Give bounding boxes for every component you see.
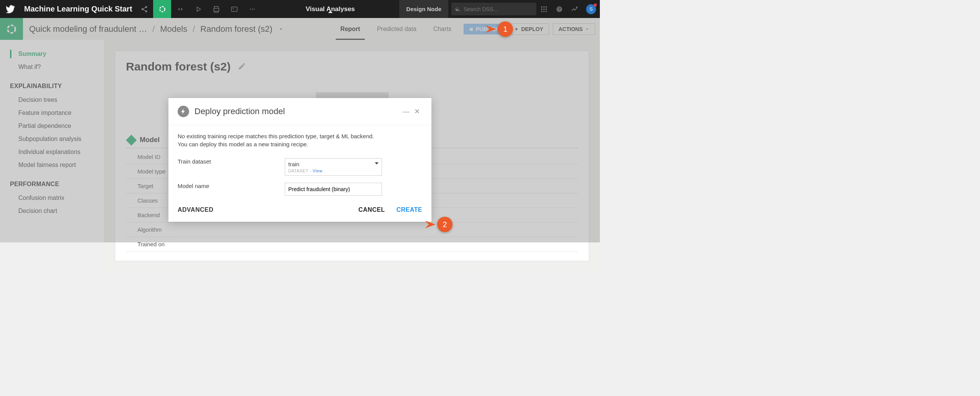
deploy-modal: Deploy prediction model — ✕ No existing … bbox=[168, 98, 431, 222]
svg-point-7 bbox=[546, 6, 547, 7]
top-tab-visual-analyses[interactable]: Visual Analyses bbox=[261, 5, 399, 13]
close-button[interactable]: ✕ bbox=[412, 107, 422, 116]
train-dataset-label: Train dataset bbox=[178, 158, 285, 165]
callout-1: 1 bbox=[492, 21, 513, 38]
share-icon[interactable] bbox=[135, 0, 153, 18]
search-input[interactable] bbox=[464, 6, 532, 12]
deploy-modal-icon bbox=[178, 106, 189, 117]
svg-text:?: ? bbox=[558, 7, 560, 11]
caret-down-icon bbox=[375, 162, 379, 166]
model-name-input[interactable] bbox=[285, 183, 382, 196]
svg-point-6 bbox=[543, 6, 544, 7]
activity-icon[interactable] bbox=[567, 5, 582, 13]
design-node-label[interactable]: Design Node bbox=[399, 0, 448, 18]
svg-point-5 bbox=[541, 6, 542, 7]
svg-point-12 bbox=[543, 11, 544, 12]
apps-icon[interactable] bbox=[536, 5, 552, 13]
play-icon[interactable] bbox=[189, 0, 207, 18]
svg-point-4 bbox=[254, 8, 255, 10]
search-icon bbox=[455, 6, 461, 12]
svg-rect-1 bbox=[231, 7, 237, 11]
help-icon[interactable]: ? bbox=[552, 5, 567, 13]
minimize-button[interactable]: — bbox=[401, 108, 412, 116]
svg-point-8 bbox=[541, 8, 542, 10]
train-dataset-select[interactable]: train DATASET - View bbox=[285, 158, 382, 176]
model-name-label: Model name bbox=[178, 183, 285, 189]
svg-point-13 bbox=[546, 11, 547, 12]
view-dataset-link[interactable]: View bbox=[313, 169, 323, 173]
callout-2: 2 bbox=[431, 217, 452, 233]
modal-msg2: You can deploy this model as a new train… bbox=[178, 141, 422, 147]
dashboard-icon[interactable] bbox=[225, 0, 243, 18]
more-icon[interactable] bbox=[243, 0, 261, 18]
svg-point-9 bbox=[543, 8, 544, 10]
flow-icon[interactable] bbox=[153, 0, 171, 18]
modal-msg1: No existing training recipe matches this… bbox=[178, 133, 422, 139]
print-icon[interactable] bbox=[207, 0, 225, 18]
svg-point-0 bbox=[160, 7, 165, 11]
svg-point-3 bbox=[252, 8, 253, 10]
app-logo[interactable] bbox=[0, 4, 21, 14]
svg-point-10 bbox=[546, 8, 547, 10]
advanced-button[interactable]: ADVANCED bbox=[178, 206, 213, 213]
user-avatar[interactable]: S bbox=[586, 4, 596, 14]
svg-point-2 bbox=[250, 8, 251, 10]
create-button[interactable]: CREATE bbox=[396, 206, 422, 213]
search-box[interactable] bbox=[451, 3, 536, 15]
modal-title: Deploy prediction model bbox=[194, 106, 401, 116]
cancel-button[interactable]: CANCEL bbox=[358, 206, 385, 213]
code-icon[interactable] bbox=[171, 0, 189, 18]
project-name[interactable]: Machine Learning Quick Start bbox=[21, 5, 135, 13]
train-dataset-value: train bbox=[288, 161, 379, 167]
svg-point-11 bbox=[541, 11, 542, 12]
